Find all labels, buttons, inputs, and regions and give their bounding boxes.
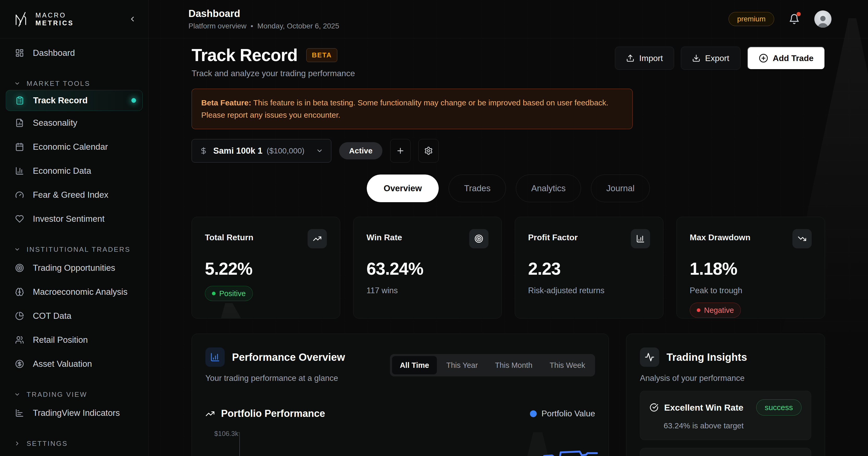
filter-this-month[interactable]: This Month — [487, 356, 540, 374]
sidebar-item-label: Economic Calendar — [33, 142, 108, 152]
stat-card-max-drawdown: Max Drawdown 1.18% Peak to trough Negati… — [676, 217, 825, 318]
beta-badge: BETA — [306, 48, 337, 62]
sidebar-item-cot-data[interactable]: COT Data — [0, 304, 148, 328]
sidebar-section-institutional-traders[interactable]: INSTITUTIONAL TRADERS — [0, 243, 148, 256]
stat-label: Total Return — [205, 233, 253, 243]
chart-header: Portfolio Performance Portfolio Value — [206, 408, 595, 419]
clipboard-list-icon — [16, 96, 24, 105]
chevron-right-icon — [14, 440, 20, 447]
upload-icon — [626, 54, 634, 62]
sidebar-item-retail-position[interactable]: Retail Position — [0, 328, 148, 352]
chart-title: Portfolio Performance — [221, 408, 325, 419]
stat-value: 1.18% — [690, 259, 812, 279]
plus-circle-icon — [759, 54, 768, 63]
page-head-left: Track Record BETA Track and analyze your… — [192, 45, 355, 78]
trending-up-icon — [206, 409, 215, 419]
time-filter-group: All Time This Year This Month This Week — [390, 354, 595, 376]
y-axis-tick-label: $106.3k — [214, 430, 239, 438]
sidebar-item-investor-sentiment[interactable]: Investor Sentiment — [0, 207, 148, 231]
stat-subtext: 117 wins — [367, 286, 489, 295]
insight-card-profit-factor: Strong Profit Factor success 2.23 indica… — [640, 448, 811, 456]
bar-chart-icon — [206, 347, 225, 367]
users-icon — [15, 336, 24, 344]
chevron-down-icon — [14, 246, 20, 253]
brand: MACRO METRICS — [13, 11, 74, 27]
export-button[interactable]: Export — [681, 47, 740, 70]
sidebar-item-label: Fear & Greed Index — [33, 190, 108, 200]
stat-value: 2.23 — [528, 259, 650, 279]
filter-all-time[interactable]: All Time — [392, 356, 437, 374]
insight-title: Excellent Win Rate — [664, 402, 743, 413]
page-title: Track Record — [192, 45, 298, 65]
sidebar-item-asset-valuation[interactable]: Asset Valuation — [0, 352, 148, 376]
sidebar-section-trading-view[interactable]: TRADING VIEW — [0, 388, 148, 401]
stat-value: 63.24% — [367, 259, 489, 279]
import-button[interactable]: Import — [615, 47, 674, 70]
add-account-button[interactable] — [390, 139, 410, 163]
tab-analytics[interactable]: Analytics — [516, 174, 581, 202]
trading-insights-panel: Trading Insights Analysis of your perfor… — [626, 334, 825, 456]
sidebar-item-label: TradingView Indicators — [33, 408, 120, 418]
status-dot — [697, 308, 701, 312]
active-indicator-dot — [131, 98, 136, 103]
add-trade-button[interactable]: Add Trade — [747, 47, 825, 70]
sidebar-item-seasonality[interactable]: Seasonality — [0, 111, 148, 135]
stat-card-win-rate: Win Rate 63.24% 117 wins — [353, 217, 502, 318]
chart-legend: Portfolio Value — [530, 409, 595, 419]
file-chart-icon — [15, 118, 24, 127]
sidebar-section-market-tools[interactable]: MARKET TOOLS — [0, 77, 148, 90]
stat-label: Profit Factor — [528, 233, 578, 243]
filter-this-year[interactable]: This Year — [438, 356, 486, 374]
negative-badge: Negative — [690, 303, 741, 318]
sidebar-item-economic-calendar[interactable]: Economic Calendar — [0, 135, 148, 159]
stat-subtext: Risk-adjusted returns — [528, 286, 650, 295]
bottom-row: Performance Overview Your trading perfor… — [192, 334, 825, 456]
topbar-heading: Dashboard Platform overview • Monday, Oc… — [188, 8, 339, 30]
tab-trades[interactable]: Trades — [448, 174, 506, 202]
sidebar-item-trading-opportunities[interactable]: Trading Opportunities — [0, 256, 148, 280]
insight-description: 63.24% is above target — [664, 420, 773, 431]
topbar-subtitle: Platform overview • Monday, October 6, 2… — [188, 22, 339, 30]
stat-card-total-return: Total Return 5.22% Positive — [192, 217, 340, 318]
sidebar-item-label: Investor Sentiment — [33, 214, 104, 224]
stat-label: Max Drawdown — [690, 233, 750, 243]
user-avatar[interactable] — [814, 10, 832, 28]
add-trade-label: Add Trade — [773, 54, 813, 63]
sidebar-item-economic-data[interactable]: Economic Data — [0, 159, 148, 183]
positive-badge: Positive — [205, 286, 253, 301]
filter-this-week[interactable]: This Week — [542, 356, 593, 374]
dollar-sign-icon — [200, 147, 208, 155]
premium-badge[interactable]: premium — [728, 12, 774, 26]
export-label: Export — [705, 54, 729, 63]
separator-dot: • — [251, 22, 253, 30]
notifications-button[interactable] — [789, 13, 800, 25]
sidebar-section-settings[interactable]: SETTINGS — [0, 437, 148, 450]
sidebar-item-label: COT Data — [33, 311, 71, 321]
page-actions: Import Export Add Trade — [615, 47, 825, 70]
sidebar-item-label: Retail Position — [33, 335, 88, 345]
portfolio-chart: $106.3k — [206, 429, 595, 456]
sidebar-item-macroeconomic-analysis[interactable]: Macroeconomic Analysis — [0, 280, 148, 304]
beta-notice-banner: Beta Feature: This feature is in beta te… — [192, 89, 632, 129]
sidebar: MACRO METRICS Dashboard MARKET TOOLS Tra… — [0, 0, 149, 456]
topbar-right: premium — [728, 10, 832, 28]
badge-label: Positive — [219, 289, 246, 298]
tab-overview[interactable]: Overview — [367, 174, 439, 202]
target-icon — [469, 229, 489, 248]
sidebar-item-label: Economic Data — [33, 166, 91, 176]
trending-down-icon — [793, 229, 812, 248]
sidebar-item-dashboard[interactable]: Dashboard — [0, 41, 148, 65]
chevron-down-icon — [14, 391, 20, 398]
sidebar-collapse-button[interactable] — [128, 15, 136, 23]
tab-journal[interactable]: Journal — [591, 174, 650, 202]
account-selector[interactable]: Sami 100k 1 ($100,000) — [192, 139, 331, 163]
bar-chart-icon — [631, 229, 650, 248]
sidebar-item-track-record[interactable]: Track Record — [6, 90, 143, 111]
legend-dot — [530, 410, 537, 417]
account-settings-button[interactable] — [418, 139, 439, 163]
beta-notice-text: This feature is in beta testing. Some fu… — [201, 98, 609, 119]
topbar-title: Dashboard — [188, 8, 339, 19]
sidebar-item-fear-greed[interactable]: Fear & Greed Index — [0, 183, 148, 207]
chevron-down-icon — [14, 80, 20, 87]
sidebar-item-tradingview-indicators[interactable]: TradingView Indicators — [0, 401, 148, 425]
